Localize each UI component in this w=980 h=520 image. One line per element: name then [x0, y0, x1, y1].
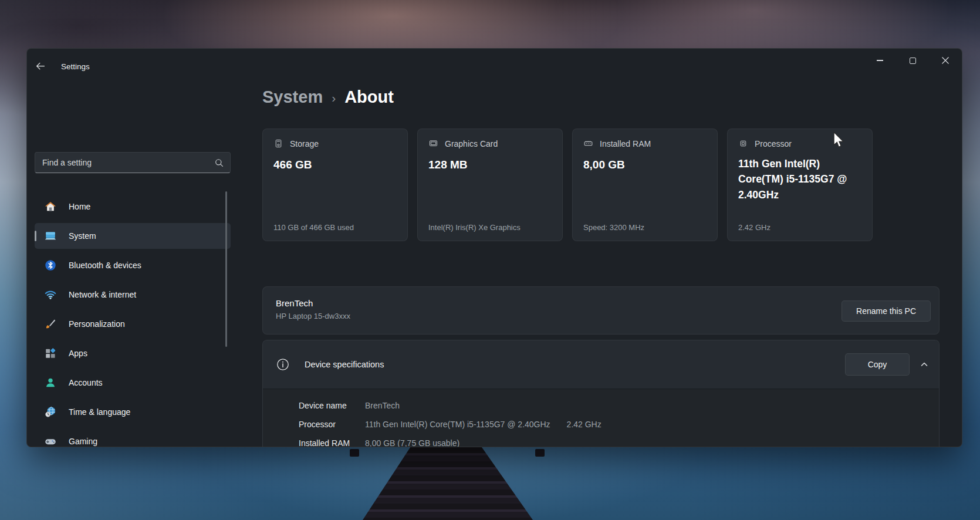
search-input[interactable]: [35, 153, 230, 173]
card-footer: Intel(R) Iris(R) Xe Graphics: [428, 223, 521, 232]
breadcrumb: System › About: [262, 87, 394, 107]
processor-card: Processor 11th Gen Intel(R) Core(TM) i5-…: [727, 129, 873, 241]
sidebar-scrollbar[interactable]: [225, 191, 227, 347]
sidebar-item-label: Apps: [69, 349, 87, 358]
spec-label: Installed RAM: [299, 438, 365, 447]
minimize-icon: [877, 60, 883, 61]
spec-value-extra: 2.42 GHz: [567, 420, 601, 429]
processor-icon: [738, 139, 748, 148]
personalization-icon: [44, 318, 57, 330]
sidebar-item-home[interactable]: Home: [35, 194, 231, 220]
sidebar-item-time-language[interactable]: Time & language: [35, 399, 231, 425]
close-button[interactable]: [929, 49, 962, 72]
chevron-up-icon[interactable]: [919, 359, 930, 370]
spec-value: 8,00 GB (7,75 GB usable): [365, 438, 459, 447]
sidebar-item-label: Accounts: [69, 378, 103, 387]
home-icon: [44, 200, 57, 213]
sidebar-item-label: Gaming: [69, 437, 97, 446]
specs-title: Device specifications: [305, 360, 384, 369]
breadcrumb-system[interactable]: System: [262, 87, 323, 107]
graphics-card-icon: [428, 139, 438, 148]
sidebar-nav: Home System Bluetooth & devices: [35, 194, 231, 447]
card-value: 128 MB: [428, 158, 552, 171]
network-icon: [44, 288, 57, 301]
search-icon[interactable]: [214, 157, 225, 168]
minimize-button[interactable]: [863, 49, 896, 72]
device-specifications-expander[interactable]: Device specifications Copy: [263, 340, 939, 389]
sidebar-item-label: Bluetooth & devices: [69, 261, 141, 270]
settings-window: Settings Home: [26, 48, 962, 447]
card-label: Processor: [755, 139, 792, 148]
card-label: Storage: [290, 139, 319, 148]
spec-value: 11th Gen Intel(R) Core(TM) i5-1135G7 @ 2…: [365, 420, 550, 429]
spec-row-installed-ram: Installed RAM 8,00 GB (7,75 GB usable): [263, 434, 939, 447]
breadcrumb-separator-icon: ›: [332, 91, 336, 105]
card-value: 466 GB: [273, 158, 397, 171]
sidebar-item-label: Home: [69, 202, 90, 211]
sidebar-item-network-internet[interactable]: Network & internet: [35, 282, 231, 308]
card-footer: 2.42 GHz: [738, 223, 771, 232]
system-icon: [44, 229, 57, 242]
sidebar-item-label: System: [69, 231, 96, 241]
window-title: Settings: [61, 62, 90, 71]
installed-ram-card: Installed RAM 8,00 GB Speed: 3200 MHz: [572, 129, 718, 241]
card-footer: 110 GB of 466 GB used: [273, 223, 354, 232]
window-controls: [863, 49, 962, 72]
card-value: 8,00 GB: [583, 158, 707, 171]
card-footer: Speed: 3200 MHz: [583, 223, 644, 232]
device-name: BrenTech: [276, 298, 313, 308]
card-label: Graphics Card: [445, 139, 498, 148]
sidebar-item-label: Network & internet: [69, 290, 136, 299]
sidebar-item-accounts[interactable]: Accounts: [35, 370, 231, 396]
sidebar-item-bluetooth-devices[interactable]: Bluetooth & devices: [35, 252, 231, 278]
spec-label: Processor: [299, 420, 365, 429]
spec-row-device-name: Device name BrenTech: [263, 396, 939, 415]
info-icon: [276, 357, 290, 372]
time-language-icon: [44, 406, 57, 418]
spec-row-processor: Processor 11th Gen Intel(R) Core(TM) i5-…: [263, 415, 939, 434]
sidebar-item-gaming[interactable]: Gaming: [35, 428, 231, 447]
device-model: HP Laptop 15-dw3xxx: [276, 312, 350, 320]
search-box: [35, 152, 231, 173]
page-title: About: [344, 87, 394, 107]
spec-label: Device name: [299, 401, 365, 410]
specs-details: Device name BrenTech Processor 11th Gen …: [263, 389, 939, 447]
wallpaper-pier-post: [350, 449, 359, 457]
spec-value: BrenTech: [365, 401, 400, 410]
back-arrow-icon: [35, 61, 46, 72]
rename-pc-button[interactable]: Rename this PC: [842, 300, 931, 322]
summary-cards: Storage 466 GB 110 GB of 466 GB used Gra…: [262, 129, 873, 241]
maximize-icon: [910, 58, 916, 64]
sidebar-item-system[interactable]: System: [35, 223, 231, 249]
sidebar-item-personalization[interactable]: Personalization: [35, 311, 231, 337]
ram-icon: [583, 139, 593, 148]
card-label: Installed RAM: [600, 139, 651, 148]
device-name-panel: BrenTech HP Laptop 15-dw3xxx Rename this…: [262, 286, 940, 335]
storage-icon: [273, 139, 283, 148]
accounts-icon: [44, 376, 57, 389]
storage-card: Storage 466 GB 110 GB of 466 GB used: [262, 129, 408, 241]
copy-button[interactable]: Copy: [845, 353, 910, 376]
sidebar-item-apps[interactable]: Apps: [35, 340, 231, 366]
maximize-button[interactable]: [896, 49, 929, 72]
close-icon: [941, 56, 949, 65]
sidebar-item-label: Personalization: [69, 319, 125, 329]
sidebar-item-label: Time & language: [69, 407, 130, 417]
card-value: 11th Gen Intel(R) Core(TM) i5-1135G7 @ 2…: [738, 156, 861, 202]
graphics-card-card: Graphics Card 128 MB Intel(R) Iris(R) Xe…: [417, 129, 563, 241]
apps-icon: [44, 347, 57, 360]
gaming-icon: [44, 435, 57, 447]
wallpaper-pier-post: [535, 449, 545, 457]
back-button[interactable]: [31, 56, 50, 76]
bluetooth-icon: [44, 259, 57, 272]
device-specifications-panel: Device specifications Copy Device name B…: [262, 340, 940, 447]
